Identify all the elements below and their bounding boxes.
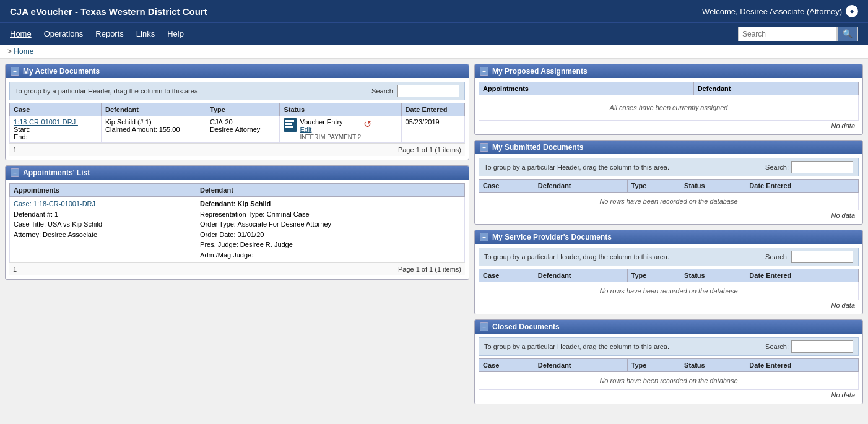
closed-search-input[interactable]: [791, 340, 853, 353]
closed-group-text: To group by a particular Header, drag th…: [484, 343, 669, 350]
appt-col-appointments: Appointments: [10, 184, 196, 197]
closed-group-bar: To group by a particular Header, drag th…: [479, 337, 859, 356]
type-code: CJA-20: [210, 118, 233, 126]
service-group-bar: To group by a particular Header, drag th…: [479, 248, 859, 266]
defendant-detail-cell: Defendant: Kip Schild Representation Typ…: [196, 197, 465, 262]
closed-search-label: Search:: [765, 343, 789, 350]
submitted-search-area: Search:: [765, 161, 853, 173]
status-cell: Voucher Entry Edit INTERIM PAYMENT 2 ↺: [280, 116, 401, 143]
service-group-text: To group by a particular Header, drag th…: [484, 253, 669, 261]
proposed-table: Appointments Defendant All cases have be…: [479, 82, 859, 121]
submitted-group-bar: To group by a particular Header, drag th…: [479, 158, 859, 176]
rep-type: Representation Type: Criminal Case: [200, 210, 310, 218]
welcome-area: Welcome, Desiree Associate (Attorney) ●: [702, 5, 858, 17]
closed-documents-title: Closed Documents: [492, 322, 560, 331]
service-table: Case Defendant Type Status Date Entered …: [479, 269, 859, 300]
proposed-collapse-icon[interactable]: –: [480, 67, 488, 76]
service-provider-body: To group by a particular Header, drag th…: [475, 244, 862, 314]
arrow-icon[interactable]: ↺: [363, 118, 371, 130]
search-input[interactable]: [738, 27, 837, 41]
sub-col-defendant: Defendant: [534, 180, 627, 193]
nav-home[interactable]: Home: [10, 24, 32, 43]
submitted-search-input[interactable]: [791, 161, 853, 173]
nav-operations[interactable]: Operations: [44, 24, 84, 43]
col-type: Type: [206, 103, 280, 116]
appt-pagination: 1 Page 1 of 1 (1 items): [9, 262, 465, 275]
search-button[interactable]: 🔍: [837, 27, 858, 41]
col-status: Status: [280, 103, 401, 116]
closed-empty-cell: No rows have been recorded on the databa…: [479, 372, 859, 390]
sub-col-status: Status: [680, 180, 745, 193]
nav-help[interactable]: Help: [167, 24, 184, 43]
appt-cell: Case: 1:18-CR-01001-DRJ Defendant #: 1 C…: [10, 197, 196, 262]
service-provider-title: My Service Provider's Documents: [492, 233, 612, 241]
closed-search-area: Search:: [765, 340, 853, 353]
svc-col-type: Type: [627, 269, 680, 282]
table-row: 1:18-CR-01001-DRJ- Start: End: Kip Schil…: [10, 116, 465, 143]
service-search-area: Search:: [765, 251, 853, 263]
case-link[interactable]: 1:18-CR-01001-DRJ-: [14, 118, 78, 126]
closed-collapse-icon[interactable]: –: [480, 322, 488, 331]
page-count-left: 1: [13, 146, 17, 154]
submitted-collapse-icon[interactable]: –: [480, 143, 488, 152]
collapse-icon[interactable]: –: [11, 67, 19, 76]
service-collapse-icon[interactable]: –: [480, 233, 488, 241]
appt-case-link[interactable]: Case: 1:18-CR-01001-DRJ: [14, 200, 95, 207]
prop-col-appointments: Appointments: [479, 82, 694, 95]
submitted-no-data: No data: [479, 210, 859, 220]
type-attorney: Desiree Attorney: [210, 126, 260, 133]
mag-judge: Adm./Mag Judge:: [200, 251, 253, 259]
active-docs-search-input[interactable]: [397, 85, 459, 97]
active-documents-panel: – My Active Documents To group by a part…: [5, 64, 469, 160]
cls-col-type: Type: [627, 359, 680, 372]
appointments-list-header: – Appointments' List: [6, 166, 469, 180]
appointments-table: Appointments Defendant Case: 1:18-CR-010…: [9, 183, 465, 262]
breadcrumb: > Home: [0, 45, 868, 59]
claimed-amount: Claimed Amount: 155.00: [105, 126, 180, 133]
appt-line-1: Defendant #: 1: [14, 210, 58, 218]
status-edit-link[interactable]: Edit: [300, 126, 311, 133]
nav-search-area: 🔍: [738, 27, 858, 41]
service-search-input[interactable]: [791, 251, 853, 263]
submitted-documents-panel: – My Submitted Documents To group by a p…: [474, 140, 863, 225]
defendant-cell: Kip Schild (# 1) Claimed Amount: 155.00: [102, 116, 206, 143]
col-defendant: Defendant: [102, 103, 206, 116]
user-icon[interactable]: ●: [846, 5, 858, 17]
col-case: Case: [10, 103, 102, 116]
app-title: CJA eVoucher - Texas Western District Co…: [10, 6, 207, 17]
case-start: Start:: [14, 126, 30, 133]
active-documents-title: My Active Documents: [23, 67, 100, 76]
defendant-detail: Defendant: Kip Schild Representation Typ…: [200, 199, 461, 260]
appt-line-3: Attorney: Desiree Associate: [14, 231, 97, 238]
service-no-data: No data: [479, 300, 859, 310]
table-row: All cases have been currently assigned: [479, 95, 859, 121]
prop-col-defendant: Defendant: [693, 82, 858, 95]
closed-documents-body: To group by a particular Header, drag th…: [475, 334, 862, 404]
breadcrumb-home-link[interactable]: Home: [14, 47, 33, 56]
welcome-text: Welcome, Desiree Associate (Attorney): [702, 7, 842, 16]
nav-links[interactable]: Links: [136, 24, 155, 43]
all-assigned-cell: All cases have been currently assigned: [479, 95, 859, 121]
all-assigned-msg: All cases have been currently assigned: [483, 99, 854, 116]
status-main: Voucher Entry: [300, 118, 342, 126]
status-text-area: Voucher Entry Edit INTERIM PAYMENT 2: [300, 118, 361, 141]
proposed-assignments-header: – My Proposed Assignments: [475, 64, 862, 78]
submitted-empty-cell: No rows have been recorded on the databa…: [479, 193, 859, 210]
table-row: Case: 1:18-CR-01001-DRJ Defendant #: 1 C…: [10, 197, 465, 262]
nav-reports[interactable]: Reports: [95, 24, 124, 43]
search-label: Search:: [371, 87, 395, 95]
nav-bar: Home Operations Reports Links Help 🔍: [0, 22, 868, 45]
appt-page-right: Page 1 of 1 (1 items): [398, 266, 461, 273]
cls-col-date: Date Entered: [745, 359, 859, 372]
left-column: – My Active Documents To group by a part…: [5, 64, 469, 424]
appt-collapse-icon[interactable]: –: [11, 168, 19, 177]
service-provider-header: – My Service Provider's Documents: [475, 230, 862, 244]
cls-col-status: Status: [680, 359, 745, 372]
proposed-assignments-title: My Proposed Assignments: [492, 67, 588, 76]
active-docs-group-bar: To group by a particular Header, drag th…: [9, 82, 465, 100]
service-search-label: Search:: [765, 253, 789, 261]
service-empty-cell: No rows have been recorded on the databa…: [479, 282, 859, 300]
proposed-no-data: No data: [479, 121, 859, 131]
closed-documents-panel: – Closed Documents To group by a particu…: [474, 319, 863, 404]
appt-detail: Case: 1:18-CR-01001-DRJ Defendant #: 1 C…: [14, 199, 192, 240]
